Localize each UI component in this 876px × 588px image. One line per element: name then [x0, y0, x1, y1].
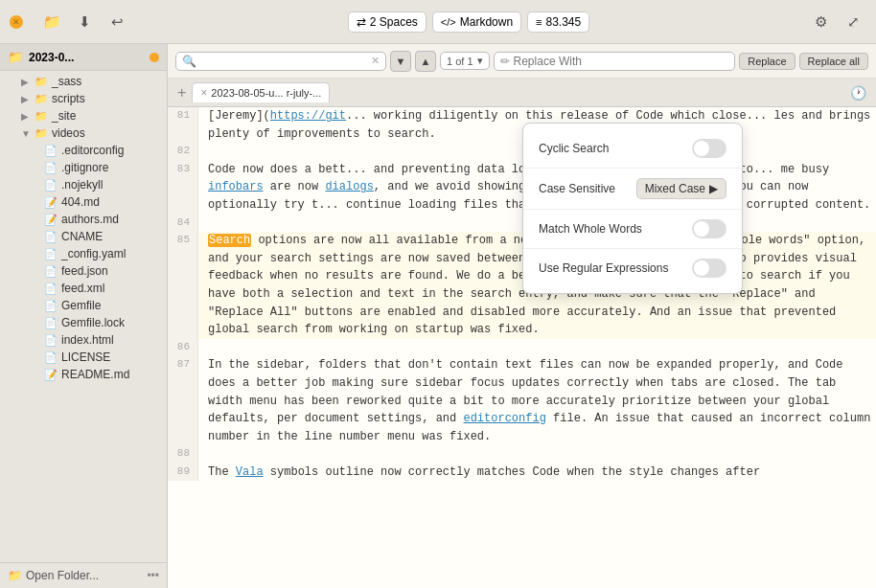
line-content [198, 445, 876, 464]
search-prev-button[interactable]: ▼ [390, 51, 411, 72]
editor-tab[interactable]: × 2023-08-05-u... r-july-... [192, 82, 330, 102]
history-icon[interactable]: 🕐 [844, 85, 872, 101]
sidebar-item-feedjson[interactable]: 📄 feed.json [0, 262, 167, 280]
clear-search-icon[interactable]: ✕ [371, 55, 380, 67]
sidebar-item-feedxml[interactable]: 📄 feed.xml [0, 280, 167, 297]
sidebar-item-nojekyll[interactable]: 📄 .nojekyll [0, 176, 167, 193]
search-input[interactable]: Search [200, 55, 367, 68]
sidebar-item-sass[interactable]: ▶ 📁 _sass [0, 73, 167, 90]
sidebar-item-404[interactable]: 📝 404.md [0, 193, 167, 211]
close-tab-icon[interactable]: × [200, 86, 207, 100]
file-icon: 📝 [44, 214, 58, 226]
settings-icon[interactable]: ⚙ [807, 9, 834, 35]
line-number: 82 [168, 143, 198, 161]
back-icon[interactable]: ↩ [104, 9, 130, 35]
line-content: The Vala symbols outline now correctly m… [198, 464, 876, 482]
markdown-badge[interactable]: </> Markdown [432, 11, 521, 33]
item-label: _site [52, 109, 76, 123]
match-whole-item[interactable]: Match Whole Words [523, 214, 742, 244]
cyclic-toggle[interactable] [692, 139, 726, 158]
code-line-89: 89 The Vala symbols outline now correctl… [168, 464, 876, 482]
count-chevron[interactable]: ▾ [477, 55, 483, 67]
item-label: _sass [52, 75, 81, 88]
search-icon: 🔍 [182, 55, 196, 68]
line-number: 81 [168, 107, 198, 143]
mixed-case-label: Mixed Case [645, 182, 705, 195]
add-tab-button[interactable]: + [172, 84, 192, 102]
file-icon: 📄 [44, 300, 58, 312]
file-icon: 📝 [44, 196, 58, 209]
main-layout: 📁 2023-0... ▶ 📁 _sass ▶ 📁 scripts ▶ 📁 _s… [0, 44, 876, 588]
cyclic-search-item[interactable]: Cyclic Search [523, 133, 742, 164]
line-number: 87 [168, 356, 198, 445]
search-input-wrap: 🔍 Search ✕ [175, 52, 386, 71]
sidebar-header: 📁 2023-0... [0, 44, 167, 71]
line-number: 85 [168, 232, 198, 339]
open-folder-icon: 📁 [8, 569, 22, 582]
case-sensitive-item[interactable]: Case Sensitive Mixed Case ▶ [523, 172, 742, 205]
sidebar-dot [150, 53, 159, 62]
replace-input-wrap: ✏ [494, 52, 736, 71]
arrow-icon: ▶ [21, 77, 31, 87]
item-label: .nojekyll [61, 178, 103, 192]
close-button[interactable]: ✕ [10, 15, 23, 29]
position-icon: ≡ [536, 16, 542, 28]
item-label: 404.md [61, 195, 100, 209]
item-label: feed.xml [61, 282, 104, 295]
file-icon: 📄 [44, 334, 58, 347]
mixed-case-button[interactable]: Mixed Case ▶ [636, 178, 726, 199]
item-label: _config.yaml [61, 247, 126, 260]
file-icon: 📄 [44, 231, 58, 243]
fullscreen-icon[interactable]: ⤢ [840, 9, 866, 35]
position-badge[interactable]: ≡ 83.345 [527, 11, 589, 33]
divider1 [523, 168, 742, 169]
sidebar-item-config[interactable]: 📄 _config.yaml [0, 245, 167, 262]
sidebar-item-cname[interactable]: 📄 CNAME [0, 228, 167, 245]
regex-toggle[interactable] [692, 259, 726, 278]
regex-item[interactable]: Use Regular Expressions [523, 253, 742, 283]
sidebar-item-editorconfig[interactable]: 📄 .editorconfig [0, 142, 167, 159]
search-count: 1 of 1 ▾ [440, 52, 490, 70]
sidebar-item-scripts[interactable]: ▶ 📁 scripts [0, 90, 167, 107]
line-number: 83 [168, 161, 198, 215]
replace-input[interactable] [514, 55, 729, 68]
download-icon[interactable]: ⬇ [71, 9, 98, 35]
divider3 [523, 248, 742, 249]
code-line-88: 88 [168, 445, 876, 464]
position-label: 83.345 [546, 15, 582, 29]
file-icon: 📄 [44, 162, 58, 174]
replace-all-button[interactable]: Replace all [799, 53, 868, 70]
match-whole-toggle[interactable] [692, 219, 726, 238]
markdown-label: Markdown [460, 15, 513, 29]
regex-label: Use Regular Expressions [539, 261, 682, 275]
open-folder-button[interactable]: 📁 Open Folder... ••• [0, 562, 167, 588]
sidebar-item-readme[interactable]: 📝 README.md [0, 366, 167, 383]
file-icon: 📄 [44, 179, 58, 192]
line-number: 84 [168, 215, 198, 233]
editor-tabs: + × 2023-08-05-u... r-july-... 🕐 [168, 79, 876, 107]
sidebar-item-gemfile[interactable]: 📄 Gemfile [0, 297, 167, 314]
spaces-badge[interactable]: ⇄ 2 Spaces [348, 11, 426, 33]
sidebar-item-site[interactable]: ▶ 📁 _site [0, 107, 167, 124]
sidebar-item-indexhtml[interactable]: 📄 index.html [0, 331, 167, 349]
code-line-86: 86 [168, 339, 876, 357]
code-line-87: 87 In the sidebar, folders that don't co… [168, 356, 876, 445]
arrow-icon: ▶ [21, 94, 31, 104]
sidebar-item-videos[interactable]: ▼ 📁 videos [0, 124, 167, 142]
line-content [198, 339, 876, 357]
replace-button[interactable]: Replace [739, 53, 795, 70]
item-label: feed.json [61, 264, 108, 278]
sidebar-item-gitignore[interactable]: 📄 .gitignore [0, 159, 167, 176]
sidebar-item-authors[interactable]: 📝 authors.md [0, 211, 167, 228]
folder-icon[interactable]: 📁 [38, 9, 65, 35]
folder-icon: 📁 [35, 93, 48, 105]
sidebar-item-license[interactable]: 📄 LICENSE [0, 349, 167, 366]
sidebar-item-gemfilelock[interactable]: 📄 Gemfile.lock [0, 314, 167, 331]
cyclic-label: Cyclic Search [539, 142, 682, 155]
pencil-icon: ✏ [500, 55, 510, 68]
arrow-icon: ▶ [21, 111, 31, 122]
sidebar-title: 2023-0... [29, 51, 74, 64]
line-number: 86 [168, 339, 198, 357]
count-label: 1 of 1 [447, 56, 473, 67]
search-next-button[interactable]: ▲ [415, 51, 436, 72]
